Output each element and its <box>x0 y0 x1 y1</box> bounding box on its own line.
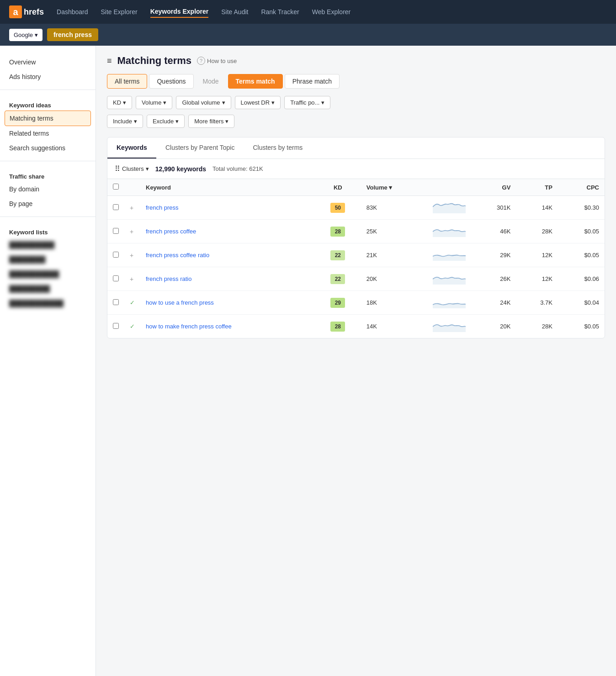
filters-row: KD ▾ Volume ▾ Global volume ▾ Lowest DR … <box>107 96 605 109</box>
keyword-link[interactable]: french press coffee <box>146 228 196 235</box>
keyword-link[interactable]: french press ratio <box>146 275 191 282</box>
volume-cell: 21K <box>361 243 427 267</box>
main-content: ≡ Matching terms ? How to use All terms … <box>96 46 616 676</box>
table-header-row: Keyword KD Volume ▾ GV TP CPC <box>107 179 605 196</box>
check-icon: ✓ <box>130 323 135 330</box>
tp-cell: 14K <box>516 196 558 220</box>
sidebar-item-matching-terms[interactable]: Matching terms <box>5 111 91 126</box>
sidebar-item-search-suggestions[interactable]: Search suggestions <box>0 141 96 155</box>
gv-cell: 46K <box>471 220 516 243</box>
clusters-label: Clusters <box>122 165 144 172</box>
clusters-button[interactable]: ⠿ Clusters ▾ <box>115 164 149 173</box>
filter-lowest-dr-label: Lowest DR <box>241 99 270 106</box>
row-checkbox[interactable] <box>113 204 119 210</box>
nav-web-explorer[interactable]: Web Explorer <box>312 6 351 17</box>
filter-volume[interactable]: Volume ▾ <box>136 96 172 109</box>
tab-all-terms[interactable]: All terms <box>107 74 147 89</box>
keyword-link[interactable]: french press coffee ratio <box>146 252 209 259</box>
tab-phrase-match[interactable]: Phrase match <box>285 74 340 89</box>
filter-exclude[interactable]: Exclude ▾ <box>147 115 185 128</box>
nav-keywords-explorer[interactable]: Keywords Explorer <box>150 6 209 18</box>
kw-tab-clusters-terms[interactable]: Clusters by terms <box>244 137 312 158</box>
main-layout: Overview Ads history Keyword ideas Match… <box>0 46 616 676</box>
table-row: +french press coffee2825K46K28K$0.05 <box>107 220 605 243</box>
check-icon: ✓ <box>130 299 135 306</box>
table-row: ✓how to make french press coffee2814K20K… <box>107 315 605 338</box>
how-to-use-label: How to use <box>207 58 237 64</box>
tp-cell: 28K <box>516 315 558 338</box>
engine-select[interactable]: Google ▾ <box>9 29 42 41</box>
filter-volume-label: Volume <box>142 99 161 106</box>
sidebar-section-traffic-share: Traffic share <box>0 167 96 182</box>
row-checkbox[interactable] <box>113 275 119 281</box>
logo[interactable]: a hrefs <box>9 5 44 18</box>
table-row: ✓how to use a french press2918K24K3.7K$0… <box>107 291 605 315</box>
sidebar-blurred-4: █████████ <box>0 281 96 296</box>
filter-lowest-dr[interactable]: Lowest DR ▾ <box>235 96 281 109</box>
page-title: Matching terms <box>117 55 192 67</box>
filter-global-volume[interactable]: Global volume ▾ <box>176 96 231 109</box>
kw-tab-clusters-parent[interactable]: Clusters by Parent Topic <box>156 137 244 158</box>
keywords-table: Keyword KD Volume ▾ GV TP CPC +french pr… <box>107 179 605 338</box>
filter-more-chevron-icon: ▾ <box>225 118 228 125</box>
cpc-cell: $0.05 <box>558 220 605 243</box>
filter-include-label: Include <box>113 118 132 125</box>
cpc-cell: $0.05 <box>558 243 605 267</box>
cpc-cell: $0.05 <box>558 315 605 338</box>
row-checkbox[interactable] <box>113 228 119 234</box>
select-all-checkbox[interactable] <box>113 184 119 190</box>
add-keyword-button[interactable]: + <box>130 275 133 283</box>
how-to-use-link[interactable]: ? How to use <box>197 57 237 65</box>
volume-cell: 83K <box>361 196 427 220</box>
keyword-link[interactable]: french press <box>146 204 179 211</box>
nav-site-explorer[interactable]: Site Explorer <box>101 6 138 17</box>
table-row: +french press coffee ratio2221K29K12K$0.… <box>107 243 605 267</box>
search-keyword[interactable]: french press <box>47 28 98 41</box>
total-volume: Total volume: 621K <box>212 165 263 172</box>
table-body: +french press5083K301K14K$0.30+french pr… <box>107 196 605 338</box>
filter-kd[interactable]: KD ▾ <box>107 96 132 109</box>
col-volume-header[interactable]: Volume ▾ <box>361 179 427 196</box>
kw-tab-keywords[interactable]: Keywords <box>107 137 156 158</box>
add-keyword-button[interactable]: + <box>130 252 133 259</box>
tab-terms-match[interactable]: Terms match <box>228 74 283 89</box>
filter-global-volume-chevron-icon: ▾ <box>222 99 225 106</box>
filter-more[interactable]: More filters ▾ <box>188 115 234 128</box>
row-checkbox[interactable] <box>113 252 119 258</box>
kd-badge: 50 <box>330 203 345 213</box>
cpc-cell: $0.30 <box>558 196 605 220</box>
sparkline-cell <box>427 243 471 267</box>
add-keyword-button[interactable]: + <box>130 228 133 235</box>
row-checkbox[interactable] <box>113 323 119 329</box>
sidebar-section-keyword-ideas: Keyword ideas <box>0 95 96 111</box>
sidebar-divider-3 <box>0 217 96 217</box>
sidebar-item-related-terms[interactable]: Related terms <box>0 126 96 141</box>
logo-a-letter: a <box>9 5 22 18</box>
sparkline-cell <box>427 267 471 291</box>
col-tp-header: TP <box>516 179 558 196</box>
nav-dashboard[interactable]: Dashboard <box>57 6 88 17</box>
col-checkbox-header <box>107 179 124 196</box>
kd-badge: 28 <box>330 227 345 237</box>
nav-rank-tracker[interactable]: Rank Tracker <box>261 6 299 17</box>
sidebar-item-by-page[interactable]: By page <box>0 196 96 211</box>
tab-questions[interactable]: Questions <box>149 74 193 89</box>
keyword-link[interactable]: how to use a french press <box>146 299 214 306</box>
add-keyword-button[interactable]: + <box>130 204 133 211</box>
keyword-link[interactable]: how to make french press coffee <box>146 323 232 330</box>
row-checkbox[interactable] <box>113 299 119 305</box>
sidebar-item-overview[interactable]: Overview <box>0 55 96 69</box>
engine-chevron-icon: ▾ <box>35 32 38 38</box>
hamburger-icon[interactable]: ≡ <box>107 56 112 66</box>
kd-badge: 22 <box>330 250 345 260</box>
nav-site-audit[interactable]: Site Audit <box>221 6 248 17</box>
filter-traffic-po[interactable]: Traffic po... ▾ <box>284 96 330 109</box>
sidebar-item-by-domain[interactable]: By domain <box>0 182 96 196</box>
sparkline-cell <box>427 291 471 315</box>
sidebar-divider-1 <box>0 90 96 90</box>
sidebar-item-ads-history[interactable]: Ads history <box>0 69 96 84</box>
filter-include[interactable]: Include ▾ <box>107 115 143 128</box>
cpc-cell: $0.06 <box>558 267 605 291</box>
sidebar: Overview Ads history Keyword ideas Match… <box>0 46 96 676</box>
col-add-header <box>124 179 140 196</box>
